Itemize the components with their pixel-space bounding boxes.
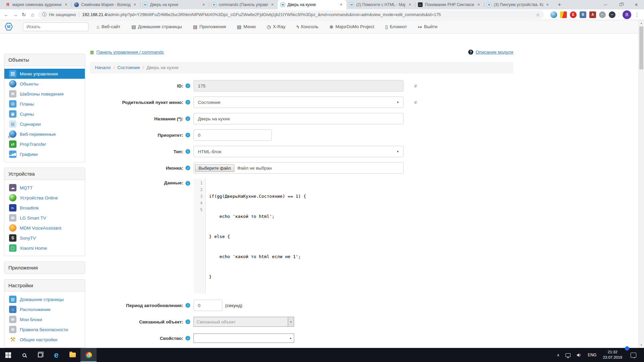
browser-tab[interactable]: Я мария семенова аудиокни × — [3, 0, 71, 9]
close-tab-icon[interactable]: × — [63, 2, 69, 7]
bookmarks-extension-icon[interactable] — [560, 11, 567, 18]
nav-project[interactable]: ⊕MajorDoMo Project — [329, 24, 374, 29]
parent-select[interactable]: Состояние▼ — [194, 97, 404, 108]
close-tab-icon[interactable]: × — [201, 2, 206, 7]
browser-tab[interactable]: Семёнова Мария - Волкод × — [71, 0, 140, 9]
module-breadcrumb-link[interactable]: ▦Панель управления / commands — [90, 50, 164, 55]
search-input[interactable] — [23, 22, 89, 31]
close-button[interactable]: × — [629, 0, 644, 9]
parent-anchor-link[interactable]: # — [414, 100, 417, 105]
scroll-up-icon[interactable]: ▲ — [639, 20, 644, 26]
browser-tab[interactable]: M Дверь на кухне × — [140, 0, 209, 9]
edge-button[interactable]: e — [48, 348, 64, 362]
address-bar[interactable]: ⓘ Не защищено 192.168.21.4/admin.php?pd=… — [38, 10, 544, 19]
info-icon[interactable]: i — [185, 83, 190, 88]
restore-button[interactable] — [613, 0, 629, 9]
sidebar-item-scripts[interactable]: ▤Сценарии — [4, 119, 85, 129]
close-tab-icon[interactable]: × — [545, 2, 550, 7]
nav-xray[interactable]: ◷X-Ray — [267, 24, 285, 29]
close-tab-icon[interactable]: × — [407, 2, 413, 7]
reload-button[interactable]: ↻ — [19, 10, 28, 19]
sidebar-item-homepages[interactable]: ▤Домашние страницы — [4, 294, 85, 304]
taskbar-clock[interactable]: 21:3223.07.2019 — [599, 348, 626, 362]
sidebar-item-proptransfer[interactable]: ⇄PropTransfer — [4, 139, 85, 149]
section-header-devices[interactable]: Устройства — [4, 168, 85, 180]
close-tab-icon[interactable]: × — [338, 2, 344, 7]
scrollbar-thumb[interactable] — [639, 26, 643, 69]
sidebar-item-general-settings[interactable]: ⚒Общие настройки — [4, 335, 85, 345]
profile-avatar[interactable]: B — [623, 10, 631, 19]
sidebar-item-myblocks[interactable]: MМои блоки — [4, 314, 85, 324]
section-header-objects[interactable]: Объекты — [4, 54, 85, 66]
browser-tab-active[interactable]: M Дверь на кухне × — [278, 0, 346, 9]
section-header-applications[interactable]: Приложения — [4, 262, 85, 274]
info-icon[interactable]: i — [185, 133, 190, 137]
info-icon[interactable]: i — [185, 303, 190, 308]
bookmark-star-icon[interactable]: ☆ — [536, 12, 540, 17]
sidebar-item-mqtt[interactable]: ☁MQTT — [4, 183, 85, 193]
name-field[interactable] — [194, 113, 404, 124]
sidebar-item-templates[interactable]: MШаблоны поведения — [4, 89, 85, 99]
elements-extension-icon[interactable]: Е — [570, 11, 577, 18]
sidebar-item-devices-online[interactable]: Устройства Online — [4, 193, 85, 203]
forward-button[interactable]: → — [11, 10, 19, 19]
info-icon[interactable]: i — [185, 116, 190, 121]
nav-website[interactable]: ⌂Веб-сайт — [97, 24, 120, 29]
sidebar-item-broadlink[interactable]: BLBroadlink — [4, 203, 85, 213]
new-tab-button[interactable]: + — [555, 0, 564, 9]
browser-tab[interactable]: M (2) Помогите с HTML - Maj × — [346, 0, 415, 9]
close-tab-icon[interactable]: × — [476, 2, 481, 7]
close-tab-icon[interactable]: × — [132, 2, 138, 7]
action-center-button[interactable] — [628, 348, 639, 362]
language-indicator[interactable]: ENG — [585, 348, 599, 362]
browser-tab[interactable]: M commands (Панель управл × — [209, 0, 278, 9]
site-info-icon[interactable]: ⓘ — [42, 12, 47, 18]
choose-file-button[interactable]: Выберите файл — [195, 164, 234, 172]
browser-tab[interactable]: •• Понимание PHP Синтакси × — [415, 0, 484, 9]
info-icon[interactable]: i — [185, 149, 190, 154]
nav-logout[interactable]: ↦Выйти — [418, 24, 437, 29]
type-select[interactable]: HTML-блок▼ — [194, 146, 404, 157]
tray-expand-button[interactable]: ∧ — [554, 348, 562, 362]
sidebar-item-xiaomi-home[interactable]: ▢Xiaomi Home — [4, 243, 85, 253]
nav-notepad[interactable]: ▯Блокнот — [385, 24, 407, 29]
task-view-button[interactable] — [32, 348, 48, 362]
module-help-link[interactable]: ?Описание модуля — [468, 50, 513, 55]
nav-console[interactable]: ϟКонсоль — [297, 24, 318, 29]
display-tray-button[interactable] — [562, 348, 574, 362]
info-icon[interactable]: i — [185, 166, 190, 170]
dark-extension-icon[interactable]: •• — [609, 11, 615, 18]
breadcrumb-home[interactable]: Начало — [95, 65, 111, 70]
code-editor[interactable]: 1 2 3 4 5 if(gg(ДверьНаКухне.Состояние) … — [194, 179, 404, 294]
info-icon[interactable]: i — [185, 181, 190, 186]
close-tab-icon[interactable]: × — [270, 2, 275, 7]
minimize-button[interactable] — [598, 0, 613, 9]
property-select[interactable]: ▼ — [194, 334, 294, 343]
chrome-button[interactable] — [80, 348, 97, 362]
sidebar-item-security-rules[interactable]: MПравила безопасности — [4, 324, 85, 335]
sidebar-item-control-menu[interactable]: Меню управления — [4, 69, 85, 79]
code-text[interactable]: if(gg(ДверьНаКухне.Состояние) == 1) { ec… — [206, 179, 306, 294]
id-anchor-link[interactable]: # — [414, 83, 417, 88]
vertical-scrollbar[interactable]: ▲ ▼ — [638, 20, 644, 348]
linked-object-select[interactable]: Связанный объект▼ — [194, 317, 294, 327]
breadcrumb-section[interactable]: Состояние — [117, 65, 140, 70]
pdf-extension-icon[interactable]: A — [589, 11, 596, 18]
vk-extension-icon[interactable]: B — [580, 11, 586, 18]
sidebar-item-plans[interactable]: ⊞Планы — [4, 99, 85, 109]
savefrom-extension-icon[interactable] — [550, 11, 557, 18]
volume-tray-button[interactable] — [574, 348, 585, 362]
sidebar-item-charts[interactable]: ▂▅▇Графики — [4, 149, 85, 159]
scroll-down-icon[interactable]: ▼ — [639, 342, 644, 348]
icon-file-input[interactable]: Выберите файл Файл не выбран — [194, 162, 404, 174]
browser-menu-icon[interactable]: ⋮ — [633, 12, 641, 18]
back-button[interactable]: ← — [2, 10, 11, 19]
info-icon[interactable]: i — [185, 100, 190, 105]
priority-field[interactable] — [194, 129, 272, 141]
sidebar-item-lg-smart-tv[interactable]: MLG Smart TV — [4, 213, 85, 223]
info-icon[interactable]: i — [185, 336, 190, 341]
browser-tab[interactable]: M (3) Пингуем устройства. Ка × — [484, 0, 553, 9]
nav-menu[interactable]: ▤Меню — [237, 24, 256, 29]
sidebar-item-location[interactable]: ⌂Расположение — [4, 304, 85, 314]
sidebar-item-sonytv[interactable]: SSonyTV — [4, 233, 85, 243]
